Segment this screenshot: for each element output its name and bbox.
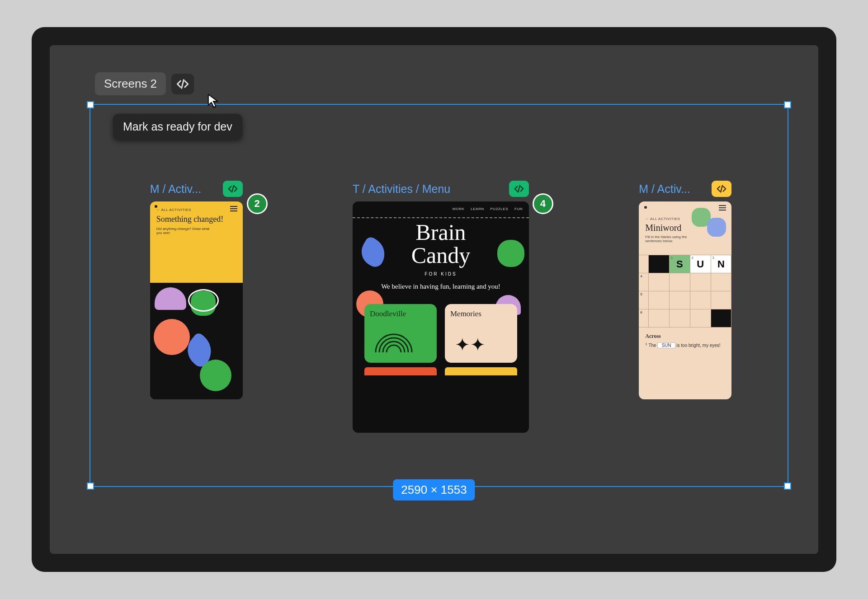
grid-cell [639,255,649,273]
shape-clover-icon [200,360,231,391]
sparkle-icon: ✦✦ [455,334,486,356]
card-doodleville: Doodleville [364,304,437,363]
back-link: ← ALL ACTIVITIES [156,208,236,212]
code-icon [176,78,189,90]
grid-cell [690,309,711,328]
frame-1-label[interactable]: M / Activ... [150,183,201,196]
grid-cell [711,291,732,309]
dev-status-badge[interactable] [223,181,243,197]
frame-3-header: M / Activ... [639,181,731,197]
nav-item: PUZZLES [491,207,509,211]
activity-title: Something changed! [156,215,236,224]
resize-handle-br[interactable] [784,482,791,490]
brand-dot-icon [644,206,647,209]
grid-cell [711,273,732,291]
resize-handle-bl[interactable] [87,482,94,490]
frame-2[interactable]: T / Activities / Menu 4 WORK LEARN PUZZL… [353,181,529,433]
frame-1-screen[interactable]: ← ALL ACTIVITIES Something changed! Did … [150,201,243,399]
hero-title-l1: Brain [362,221,520,244]
shape-arch-icon [155,287,186,310]
top-nav: WORK LEARN PUZZLES FUN [353,201,529,216]
frame-1[interactable]: M / Activ... 2 ← ALL ACTIVITIES Somethin… [150,181,243,399]
hero-title-l2: Candy [362,244,520,267]
frame-3-screen[interactable]: ← ALL ACTIVITIES Miniword Fill in the bl… [639,201,731,399]
annotation-circle-icon [188,289,219,312]
mark-ready-for-dev-button[interactable] [171,74,194,94]
dev-status-badge[interactable] [712,181,731,197]
comment-pin[interactable]: 4 [533,193,553,214]
section-label[interactable]: Screens 2 [95,72,166,95]
hamburger-icon [230,206,237,211]
cursor-pointer [207,94,221,110]
across-label: Across [645,333,725,340]
grid-cell: 6 [639,309,649,328]
hero: Brain Candy FOR KIDS We believe in havin… [353,218,529,293]
brand-dot-icon [155,205,157,208]
screen-3-header: ← ALL ACTIVITIES Miniword Fill in the bl… [639,201,731,248]
frame-2-label[interactable]: T / Activities / Menu [353,183,450,196]
grid-cell [690,291,711,309]
crossword-grid: 1S 2U 3N 4 5 [639,255,731,328]
shape-clover-icon [497,240,524,267]
resize-handle-tr[interactable] [784,101,791,108]
card-peek [364,367,437,375]
app-window: Screens 2 Mark as ready for dev 2590 × 1… [32,27,836,572]
shape-flower-icon [154,319,190,355]
frame-2-header: T / Activities / Menu [353,181,529,197]
grid-cell [690,273,711,291]
dev-status-badge[interactable] [509,181,529,197]
comment-pin[interactable]: 2 [247,193,268,214]
grid-cell [649,273,670,291]
hero-tag: FOR KIDS [362,271,520,276]
card-memories: Memories ✦✦ [445,304,517,363]
grid-cell [670,273,690,291]
grid-cell: 2U [690,255,711,273]
clue-answer: SUN [657,342,675,348]
grid-cell [670,291,690,309]
hero-sub: We believe in having fun, learning and y… [362,283,520,290]
grid-cell: 1S [670,255,690,273]
card-title: Doodleville [370,309,406,318]
frame-2-screen[interactable]: WORK LEARN PUZZLES FUN Brain Candy FOR K… [353,201,529,433]
frame-3-label[interactable]: M / Activ... [639,183,690,196]
tooltip: Mark as ready for dev [113,114,242,140]
nav-item: WORK [452,207,464,211]
screen-1-header: ← ALL ACTIVITIES Something changed! Did … [150,201,243,283]
card-title: Memories [450,309,481,318]
cards-row-2 [353,367,529,375]
clue-text: 1 The SUN is too bright, my eyes! [645,342,725,349]
grid-cell: 3N [711,255,732,273]
grid-cell: 5 [639,291,649,309]
card-peek [445,367,517,375]
nav-item: FUN [514,207,523,211]
grid-cell [711,309,732,328]
shape-flower-icon [707,218,726,237]
svg-line-3 [721,186,722,192]
grid-cell [649,255,670,273]
activity-subtitle: Fill in the blanks using the sentences b… [645,235,704,243]
svg-line-1 [232,186,234,192]
rainbow-icon [373,330,414,357]
code-icon [717,184,726,194]
code-icon [514,184,524,194]
grid-cell [649,309,670,328]
svg-line-2 [518,186,520,192]
nav-item: LEARN [471,207,484,211]
selection-dimensions: 2590 × 1553 [393,479,475,501]
clue-section: Across 1 The SUN is too bright, my eyes! [639,328,731,354]
code-icon [228,184,238,194]
grid-cell [649,291,670,309]
grid-cell [670,309,690,328]
section-header: Screens 2 [95,72,194,95]
hamburger-icon [719,205,726,211]
frame-3[interactable]: M / Activ... ← ALL ACTIVITIES Miniword F… [639,181,731,399]
resize-handle-tl[interactable] [87,101,94,108]
canvas[interactable]: Screens 2 Mark as ready for dev 2590 × 1… [50,45,818,554]
artwork-area [150,283,243,399]
svg-line-0 [182,80,184,88]
cards-row: Doodleville Memories ✦✦ [353,293,529,367]
frames-container: M / Activ... 2 ← ALL ACTIVITIES Somethin… [108,181,773,433]
grid-cell: 4 [639,273,649,291]
frame-1-header: M / Activ... [150,181,243,197]
activity-subtitle: Did anything change? Draw what you see! [156,227,215,235]
